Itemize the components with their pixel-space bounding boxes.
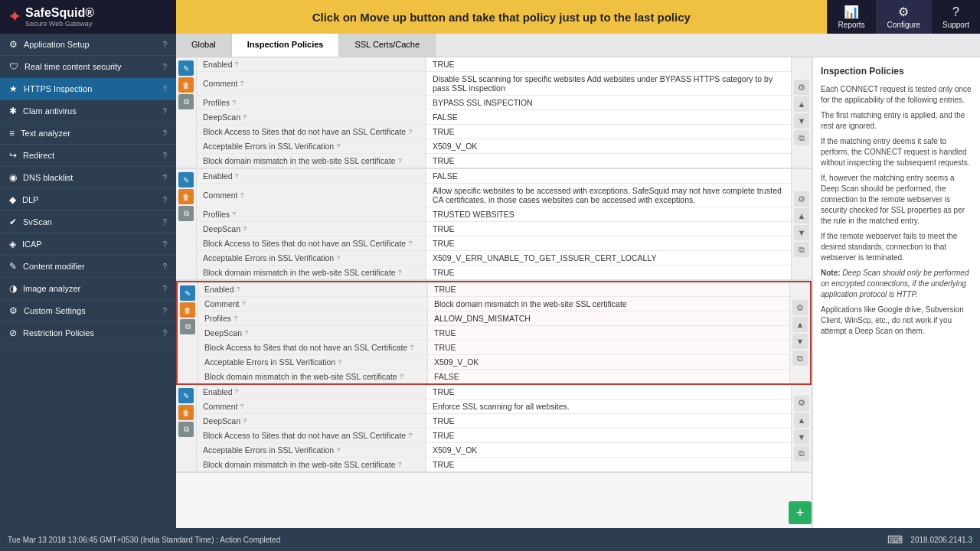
policy-row: ✎ 🗑 ⧉ Enabled? TRUE Comment? Disable — [176, 57, 812, 169]
settings-button[interactable]: ⚙ — [794, 191, 809, 207]
help-icon[interactable]: ? — [237, 285, 240, 293]
help-icon[interactable]: ? — [398, 461, 402, 468]
field-label: Comment? — [197, 184, 426, 207]
help-icon[interactable]: ? — [240, 191, 244, 199]
field-value: TRUE — [426, 222, 791, 236]
up-button[interactable]: ▲ — [792, 317, 808, 332]
help-icon[interactable]: ? — [240, 80, 244, 87]
custom-icon: ⚙ — [9, 305, 18, 316]
help-icon[interactable]: ? — [242, 300, 246, 308]
copy-button[interactable]: ⧉ — [178, 206, 194, 221]
up-button[interactable]: ▲ — [794, 412, 809, 428]
help-icon[interactable]: ? — [235, 172, 239, 180]
help-icon[interactable]: ? — [398, 269, 402, 276]
sidebar-item-redirect[interactable]: ↪ Redirect ? — [0, 145, 176, 167]
sidebar-item-https-inspection[interactable]: ★ HTTPS Inspection ? — [0, 78, 176, 100]
add-button[interactable]: + — [789, 501, 812, 524]
copy-button[interactable]: ⧉ — [178, 94, 194, 109]
sidebar-item-realtime-content[interactable]: 🛡 Real time content security ? — [0, 56, 176, 78]
help-icon[interactable]: ? — [408, 240, 412, 247]
copy-action-button[interactable]: ⧉ — [792, 350, 808, 366]
copy-action-button[interactable]: ⧉ — [794, 242, 809, 257]
sidebar-item-custom-settings[interactable]: ⚙ Custom Settings ? — [0, 300, 176, 322]
delete-button[interactable]: 🗑 — [178, 77, 194, 93]
help-icon: ? — [162, 218, 167, 227]
sidebar-item-clam-antivirus[interactable]: ✱ Clam antivirus ? — [0, 100, 176, 122]
copy-button[interactable]: ⧉ — [180, 319, 195, 334]
field-label: Block domain mismatch in the web-site SS… — [197, 266, 426, 279]
reports-button[interactable]: 📊 Reports — [827, 0, 876, 34]
policy-row: ✎ 🗑 ⧉ Enabled? TRUE Comment? Enforce — [176, 385, 812, 473]
sidebar-item-dns-blacklist[interactable]: ◉ DNS blacklist ? — [0, 167, 176, 189]
up-button[interactable]: ▲ — [794, 208, 809, 223]
sidebar-item-label: Restriction Policies — [23, 328, 159, 337]
field-label: Block domain mismatch in the web-site SS… — [198, 370, 428, 383]
edit-button[interactable]: ✎ — [178, 172, 194, 187]
copy-action-button[interactable]: ⧉ — [794, 130, 809, 145]
field-row: Acceptable Errors in SSL Verification? X… — [197, 443, 791, 458]
tab-ssl-certs[interactable]: SSL Certs/Cache — [339, 34, 436, 57]
help-icon[interactable]: ? — [408, 432, 412, 439]
help-icon[interactable]: ? — [235, 388, 239, 396]
sidebar-item-text-analyzer[interactable]: ≡ Text analyzer ? — [0, 122, 176, 145]
edit-button[interactable]: ✎ — [178, 60, 194, 76]
field-label: Enabled? — [198, 282, 428, 296]
field-row: Block Access to Sites that do not have a… — [198, 341, 789, 355]
help-icon[interactable]: ? — [400, 373, 403, 380]
help-icon[interactable]: ? — [235, 60, 239, 68]
field-label: Block domain mismatch in the web-site SS… — [197, 458, 426, 471]
field-row: Comment? Enforce SSL scanning for all we… — [197, 399, 791, 414]
delete-button[interactable]: 🗑 — [180, 302, 195, 318]
help-icon[interactable]: ? — [232, 99, 236, 106]
sidebar-item-dlp[interactable]: ◆ DLP ? — [0, 189, 176, 211]
help-icon[interactable]: ? — [244, 329, 248, 337]
delete-button[interactable]: 🗑 — [178, 189, 194, 204]
field-label: Acceptable Errors in SSL Verification? — [197, 139, 426, 153]
sidebar-item-restriction-policies[interactable]: ⊘ Restriction Policies ? — [0, 322, 176, 344]
help-icon[interactable]: ? — [243, 113, 247, 121]
delete-button[interactable]: 🗑 — [178, 405, 194, 420]
field-row: DeepScan? TRUE — [197, 222, 791, 236]
help-icon[interactable]: ? — [243, 417, 247, 425]
settings-button[interactable]: ⚙ — [794, 80, 809, 95]
help-icon[interactable]: ? — [336, 446, 340, 454]
help-icon[interactable]: ? — [410, 344, 413, 351]
tab-global[interactable]: Global — [176, 34, 232, 57]
configure-button[interactable]: ⚙ Configure — [876, 0, 931, 34]
help-icon[interactable]: ? — [336, 142, 340, 150]
field-label: Profiles? — [197, 207, 426, 221]
help-icon[interactable]: ? — [408, 128, 412, 135]
help-icon[interactable]: ? — [338, 358, 341, 366]
copy-button[interactable]: ⧉ — [178, 422, 194, 437]
main-layout: ⚙ Application Setup ? 🛡 Real time conten… — [0, 34, 980, 528]
sidebar-item-content-modifier[interactable]: ✎ Content modifier ? — [0, 256, 176, 278]
help-icon[interactable]: ? — [234, 315, 237, 322]
help-icon[interactable]: ? — [398, 157, 402, 165]
field-value: TRUE — [426, 154, 791, 168]
down-button[interactable]: ▼ — [794, 429, 809, 445]
settings-button[interactable]: ⚙ — [794, 396, 809, 411]
field-label: Enabled? — [197, 385, 426, 399]
field-value: TRUE — [426, 57, 791, 71]
tab-inspection-policies[interactable]: Inspection Policies — [232, 34, 340, 57]
settings-button[interactable]: ⚙ — [792, 300, 808, 315]
help-icon[interactable]: ? — [232, 210, 236, 218]
edit-button[interactable]: ✎ — [178, 388, 194, 403]
help-icon: ? — [162, 152, 167, 160]
sidebar-item-label: DNS blacklist — [23, 173, 159, 182]
help-icon[interactable]: ? — [240, 403, 244, 410]
down-button[interactable]: ▼ — [794, 113, 809, 129]
help-icon[interactable]: ? — [243, 225, 247, 233]
up-button[interactable]: ▲ — [794, 96, 809, 112]
sidebar-item-icap[interactable]: ◈ ICAP ? — [0, 233, 176, 256]
help-icon: ? — [162, 107, 167, 116]
support-button[interactable]: ? Support — [931, 0, 980, 34]
copy-action-button[interactable]: ⧉ — [794, 446, 809, 461]
sidebar-item-image-analyzer[interactable]: ◑ Image analyzer ? — [0, 278, 176, 300]
edit-button[interactable]: ✎ — [180, 285, 195, 301]
sidebar-item-application-setup[interactable]: ⚙ Application Setup ? — [0, 34, 176, 56]
sidebar-item-svscan[interactable]: ✔ SvScan ? — [0, 211, 176, 233]
down-button[interactable]: ▼ — [794, 225, 809, 240]
help-icon[interactable]: ? — [336, 254, 340, 262]
down-button[interactable]: ▼ — [792, 334, 808, 349]
